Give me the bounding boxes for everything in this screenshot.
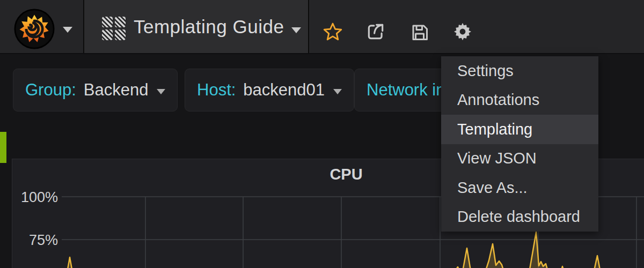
variable-dropdown-group[interactable]: Group: Backend xyxy=(13,69,178,111)
gear-icon[interactable] xyxy=(452,21,473,44)
title-caret-down-icon[interactable] xyxy=(291,27,301,33)
top-navbar: Templating Guide xyxy=(0,0,644,54)
variable-label: Group: xyxy=(25,80,76,100)
logo-dropdown-caret-icon[interactable] xyxy=(63,27,72,33)
menu-item-delete-dashboard[interactable]: Delete dashboard xyxy=(441,203,598,232)
row-indicator-bar[interactable] xyxy=(0,132,6,163)
settings-dropdown-menu: Settings Annotations Templating View JSO… xyxy=(441,56,598,232)
variable-label: Network in xyxy=(367,80,445,100)
divider xyxy=(83,0,84,53)
menu-item-settings[interactable]: Settings xyxy=(441,56,598,86)
menu-item-annotations[interactable]: Annotations xyxy=(441,86,598,115)
y-axis-tick-75: 75% xyxy=(16,232,58,249)
y-axis-tick-100: 100% xyxy=(16,189,58,206)
grafana-logo[interactable] xyxy=(14,9,55,49)
star-icon[interactable] xyxy=(323,21,343,44)
dashboard-title[interactable]: Templating Guide xyxy=(134,0,284,53)
grafana-dashboard: CPU 100% 75% Group: Backend Host: backen… xyxy=(0,0,644,268)
chevron-down-icon xyxy=(157,89,165,94)
menu-item-templating[interactable]: Templating xyxy=(441,115,598,144)
menu-item-save-as[interactable]: Save As... xyxy=(441,173,598,203)
variable-label: Host: xyxy=(197,80,236,100)
share-icon[interactable] xyxy=(365,21,386,44)
variable-dropdown-host[interactable]: Host: backend01 xyxy=(185,69,354,111)
chevron-down-icon xyxy=(333,89,342,94)
variable-value: Backend xyxy=(84,80,149,100)
variable-value: backend01 xyxy=(243,80,325,100)
menu-item-view-json[interactable]: View JSON xyxy=(441,144,598,174)
save-icon[interactable] xyxy=(410,23,429,44)
dashboard-grid-icon xyxy=(102,17,126,40)
divider xyxy=(308,0,309,53)
